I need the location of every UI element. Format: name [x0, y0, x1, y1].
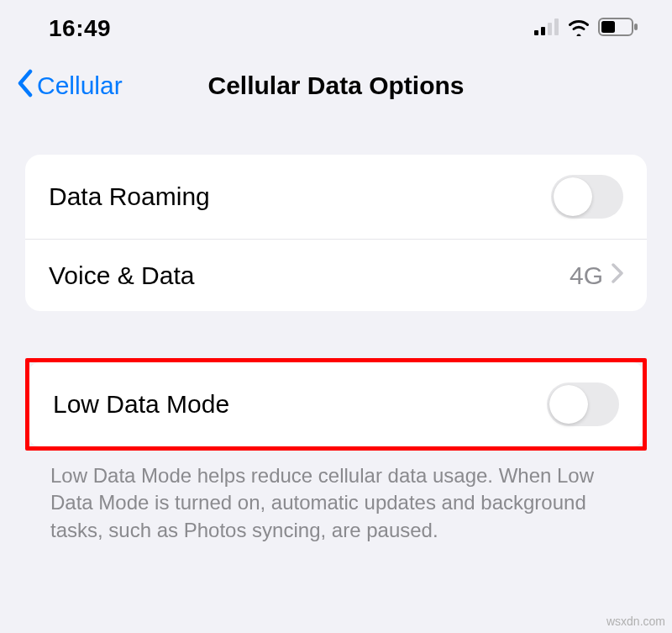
back-button[interactable]: Cellular: [17, 69, 123, 103]
svg-rect-3: [554, 18, 559, 35]
svg-rect-0: [534, 30, 538, 35]
content: Data Roaming Voice & Data 4G Low Data Mo…: [0, 121, 672, 544]
toggle-knob: [549, 385, 588, 424]
data-roaming-label: Data Roaming: [49, 182, 210, 211]
low-data-mode-toggle[interactable]: [547, 382, 619, 426]
back-label: Cellular: [37, 71, 123, 100]
settings-group-1: Data Roaming Voice & Data 4G: [25, 155, 647, 311]
svg-rect-5: [601, 21, 615, 33]
low-data-mode-label: Low Data Mode: [53, 390, 229, 419]
data-roaming-toggle[interactable]: [551, 175, 623, 219]
low-data-mode-row[interactable]: Low Data Mode: [29, 362, 643, 446]
voice-data-value: 4G: [570, 261, 603, 290]
data-roaming-row[interactable]: Data Roaming: [25, 155, 647, 239]
status-icons: [534, 18, 638, 40]
voice-data-label: Voice & Data: [49, 261, 194, 290]
svg-rect-1: [541, 27, 545, 35]
settings-group-2: Low Data Mode: [29, 362, 643, 446]
chevron-left-icon: [17, 69, 34, 103]
svg-rect-2: [548, 23, 552, 35]
voice-data-value-wrap: 4G: [570, 261, 623, 290]
svg-rect-6: [634, 24, 638, 30]
voice-data-row[interactable]: Voice & Data 4G: [25, 239, 647, 311]
watermark: wsxdn.com: [606, 615, 665, 628]
chevron-right-icon: [612, 262, 623, 289]
cellular-signal-icon: [534, 18, 559, 39]
status-bar: 16:49: [0, 0, 672, 50]
highlight-box: Low Data Mode: [25, 358, 647, 451]
toggle-knob: [554, 177, 592, 216]
status-time: 16:49: [49, 15, 111, 42]
battery-icon: [598, 18, 638, 40]
low-data-mode-footer: Low Data Mode helps reduce cellular data…: [25, 451, 647, 544]
wifi-icon: [566, 18, 591, 40]
nav-bar: Cellular Cellular Data Options: [0, 50, 672, 121]
page-title: Cellular Data Options: [207, 71, 464, 100]
